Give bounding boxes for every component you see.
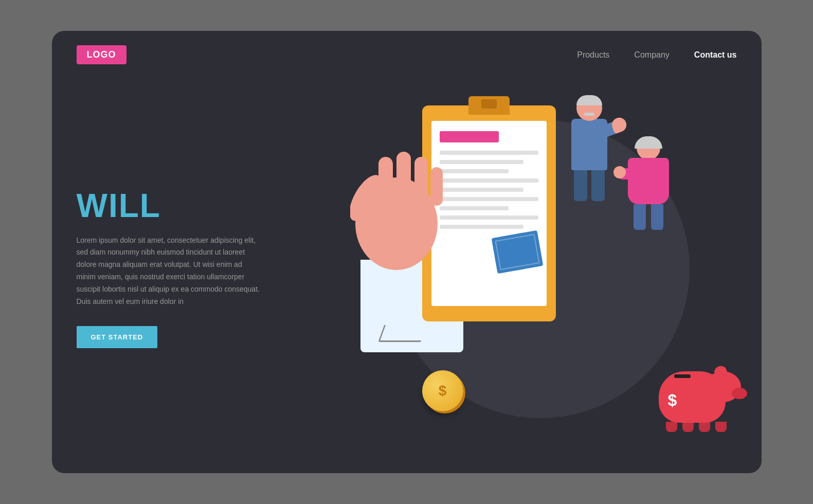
woman-leg: [634, 204, 646, 230]
svg-rect-4: [414, 157, 428, 202]
man-head: [576, 95, 602, 121]
woman-hair: [635, 136, 662, 149]
man-body: [571, 119, 607, 170]
nav-contact[interactable]: Contact us: [694, 50, 737, 60]
piggy-legs: [659, 422, 731, 432]
nav-company[interactable]: Company: [634, 50, 669, 60]
woman-legs: [628, 204, 669, 230]
svg-rect-5: [430, 167, 443, 206]
main-content: WILL Lorem ipsum dolor sit amet, consect…: [52, 64, 762, 473]
svg-rect-2: [378, 157, 393, 203]
woman-arm: [618, 168, 648, 179]
piggy-slot: [674, 374, 691, 378]
woman-head: [637, 136, 660, 160]
navbar: LOGO Products Company Contact us: [52, 31, 762, 64]
piggy-head: [705, 371, 741, 402]
paper-line: [440, 151, 538, 155]
man-hair: [576, 95, 602, 105]
logo-text: LOGO: [87, 49, 116, 60]
paper-line: [440, 215, 538, 220]
paper-header: [440, 131, 499, 142]
piggy-snout: [732, 388, 747, 399]
cta-button[interactable]: GET STARTED: [77, 326, 158, 348]
piggy-ear: [713, 364, 728, 378]
paper-line: [440, 178, 538, 183]
hero-title: WILL: [77, 189, 293, 222]
logo[interactable]: LOGO: [77, 45, 127, 64]
man-figure: [571, 95, 607, 201]
svg-rect-3: [396, 152, 411, 201]
landing-page: LOGO Products Company Contact us WILL Lo…: [52, 31, 762, 473]
hero-left: WILL Lorem ipsum dolor sit amet, consect…: [77, 189, 293, 349]
piggy-leg: [699, 422, 710, 432]
piggy-leg: [682, 422, 694, 432]
piggy-bank-icon: $: [659, 366, 731, 432]
woman-body: [628, 158, 669, 204]
man-leg: [574, 170, 587, 201]
man-leg: [591, 170, 605, 201]
piggy-leg: [715, 422, 727, 432]
nav-products[interactable]: Products: [577, 50, 609, 60]
clipboard-clip: [468, 96, 510, 115]
piggy-dollar-sign: $: [668, 391, 677, 410]
piggy-body: $: [659, 366, 731, 423]
man-mustache: [584, 113, 594, 116]
nav-links: Products Company Contact us: [577, 50, 736, 60]
piggy-leg: [666, 422, 677, 432]
illustration: $: [319, 64, 762, 473]
woman-figure: [628, 136, 669, 230]
hero-body: Lorem ipsum dolor sit amet, consectetuer…: [77, 235, 262, 308]
hand-icon: [350, 147, 453, 272]
paper-line: [440, 197, 538, 201]
coin-icon: $: [422, 370, 463, 411]
woman-leg: [651, 204, 663, 230]
man-legs: [571, 170, 607, 201]
